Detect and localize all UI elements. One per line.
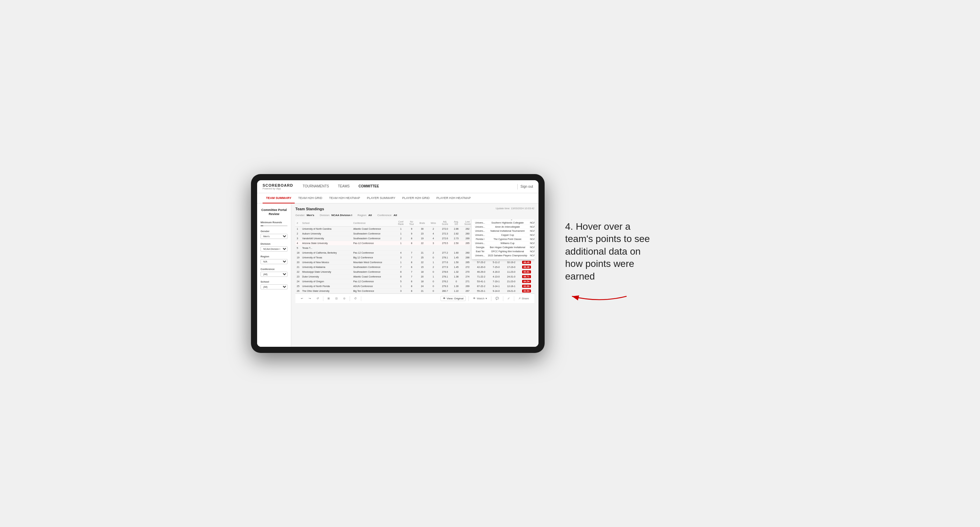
tooltip-row: Univers... Amer An Intercollegiate NCAA … bbox=[474, 225, 535, 229]
division-select[interactable]: NCAA Division I NCAA Division II bbox=[261, 246, 288, 252]
tooltip-row: Univers... Southern Highlands Collegiate… bbox=[474, 221, 535, 225]
settings-btn[interactable]: ⊙ bbox=[342, 296, 347, 301]
toolbar-sep7 bbox=[514, 296, 514, 301]
tooltip-row: Georgia Ben Hogan Collegiate Invitationa… bbox=[474, 245, 535, 249]
logo-sub: Powered by clipp bbox=[262, 187, 293, 190]
subnav-player-h2h-heatmap[interactable]: PLAYER H2H HEATMAP bbox=[433, 193, 474, 203]
table-row: 20 University of New Mexico Mountain Wes… bbox=[295, 260, 535, 265]
sidebar-title: Committee Portal Review bbox=[261, 208, 288, 216]
school-label: School bbox=[261, 280, 288, 283]
tooltip-row: Univers... 2023 Sahalee Players Champion… bbox=[474, 254, 535, 258]
tooltip-row: Univers... National Invitational Tournam… bbox=[474, 229, 535, 233]
nav-divider bbox=[517, 184, 518, 189]
subnav-team-h2h-grid[interactable]: TEAM H2H GRID bbox=[295, 193, 326, 203]
table-row: 22 Mississippi State University Southeas… bbox=[295, 270, 535, 275]
col-conference: Conference bbox=[352, 219, 395, 227]
filter-gender: Gender: Men's bbox=[295, 214, 314, 217]
expand-btn[interactable]: ⤢ bbox=[506, 296, 511, 301]
table-row-highlighted: 4 Arizona State University Pac-12 Confer… bbox=[295, 241, 535, 246]
conference-select[interactable]: (All) Atlantic Coast Conference bbox=[261, 272, 288, 277]
bottom-toolbar: ↩ ↪ ↺ ⊞ ⊡ ⊙ ⏱ 👁 View: Origin bbox=[295, 294, 535, 303]
standings-table: # School Conference ConfRank NoTour Bnds… bbox=[295, 219, 535, 294]
filter-conference: Conference: All bbox=[377, 214, 397, 217]
slider-fill bbox=[261, 225, 263, 226]
sidebar-min-rounds: Minimum Rounds bbox=[261, 221, 288, 226]
sidebar-division: Division NCAA Division I NCAA Division I… bbox=[261, 242, 288, 252]
col-school: School bbox=[301, 219, 352, 227]
tooltip-row: East Tei OFCC Fighting Illini Invitation… bbox=[474, 249, 535, 254]
conference-label: Conference bbox=[261, 268, 288, 271]
reset-btn[interactable]: ↺ bbox=[315, 296, 320, 301]
col-conf-rank: ConfRank bbox=[395, 219, 406, 227]
watch-icon: 👁 bbox=[473, 297, 476, 300]
gender-select[interactable]: Men's Women's bbox=[261, 234, 288, 239]
nav-teams[interactable]: TEAMS bbox=[337, 180, 351, 193]
copy-btn[interactable]: ⊞ bbox=[326, 296, 331, 301]
annotation-arrow bbox=[565, 286, 633, 306]
toolbar-sep4 bbox=[468, 296, 469, 301]
sidebar-school: School (All) bbox=[261, 280, 288, 289]
school-select[interactable]: (All) bbox=[261, 284, 288, 289]
view-icon: 👁 bbox=[443, 297, 445, 300]
min-rounds-label: Minimum Rounds bbox=[261, 221, 288, 224]
update-time: Update time: 13/03/2024 10:03:42 bbox=[496, 207, 535, 210]
sub-nav: TEAM SUMMARY TEAM H2H GRID TEAM H2H HEAT… bbox=[257, 193, 538, 203]
tooltip-row: Florida I The Cypress Point Classic NCAA… bbox=[474, 237, 535, 241]
toolbar-sep3 bbox=[361, 296, 361, 301]
col-bnds: Bnds bbox=[417, 219, 428, 227]
sidebar-gender: Gender Men's Women's bbox=[261, 230, 288, 239]
content-panel: Team Standings Update time: 13/03/2024 1… bbox=[291, 203, 538, 347]
toolbar-sep1 bbox=[323, 296, 323, 301]
logo-area: SCOREBOARD Powered by clipp bbox=[262, 183, 293, 190]
table-row: 21 University of Alabama Southeastern Co… bbox=[295, 265, 535, 270]
min-rounds-slider[interactable] bbox=[261, 225, 288, 226]
share-icon: ↗ bbox=[518, 297, 521, 300]
main-content: Committee Portal Review Minimum Rounds G… bbox=[257, 203, 538, 347]
view-btn[interactable]: 👁 View: Original bbox=[441, 296, 466, 301]
region-select[interactable]: N/A All bbox=[261, 259, 288, 264]
col-wins: Wins bbox=[428, 219, 439, 227]
tablet-device: SCOREBOARD Powered by clipp TOURNAMENTS … bbox=[251, 174, 545, 353]
table-row: 25 University of North Florida ASUN Conf… bbox=[295, 284, 535, 289]
col-adj-score: Adj.Score bbox=[439, 219, 451, 227]
chevron-down-icon: ▾ bbox=[485, 297, 487, 300]
subnav-team-summary[interactable]: TEAM SUMMARY bbox=[262, 193, 295, 203]
page-wrapper: SCOREBOARD Powered by clipp TOURNAMENTS … bbox=[251, 174, 729, 353]
comment-btn[interactable]: 💬 bbox=[494, 296, 500, 301]
redo-btn[interactable]: ↪ bbox=[307, 296, 312, 301]
panel-header: Team Standings Update time: 13/03/2024 1… bbox=[295, 207, 535, 211]
annotation-text: 4. Hover over a team's points to see add… bbox=[565, 221, 661, 283]
subnav-player-summary[interactable]: PLAYER SUMMARY bbox=[364, 193, 399, 203]
tablet-screen: SCOREBOARD Powered by clipp TOURNAMENTS … bbox=[257, 180, 538, 347]
sign-out-link[interactable]: Sign out bbox=[520, 185, 533, 189]
division-label: Division bbox=[261, 242, 288, 245]
logo-text: SCOREBOARD bbox=[262, 183, 293, 187]
sidebar: Committee Portal Review Minimum Rounds G… bbox=[257, 203, 291, 347]
nav-tournaments[interactable]: TOURNAMENTS bbox=[301, 180, 330, 193]
gender-label: Gender bbox=[261, 230, 288, 233]
toolbar-sep2 bbox=[350, 296, 350, 301]
top-nav: SCOREBOARD Powered by clipp TOURNAMENTS … bbox=[257, 180, 538, 193]
clock-btn[interactable]: ⏱ bbox=[353, 296, 358, 301]
table-row: 24 University of Oregon Pac-12 Conferenc… bbox=[295, 279, 535, 284]
toolbar-right: 👁 View: Original 👁 Watch ▾ 💬 bbox=[441, 296, 530, 301]
region-label: Region bbox=[261, 255, 288, 258]
col-no-tour: NoTour bbox=[407, 219, 417, 227]
nav-committee[interactable]: COMMITTEE bbox=[357, 180, 380, 193]
watch-btn[interactable]: 👁 Watch ▾ bbox=[472, 296, 488, 301]
table-row: 23 Duke University Atlantic Coast Confer… bbox=[295, 275, 535, 279]
share-btn[interactable]: ↗ Share bbox=[517, 296, 530, 301]
subnav-player-h2h-grid[interactable]: PLAYER H2H GRID bbox=[399, 193, 433, 203]
filter-division: Division: NCAA Division I bbox=[320, 214, 352, 217]
toolbar-sep6 bbox=[503, 296, 503, 301]
sidebar-region: Region N/A All bbox=[261, 255, 288, 264]
undo-btn[interactable]: ↩ bbox=[299, 296, 305, 301]
filters-row: Gender: Men's Division: NCAA Division I … bbox=[295, 214, 535, 217]
filter-region: Region: All bbox=[358, 214, 372, 217]
subnav-team-h2h-heatmap[interactable]: TEAM H2H HEATMAP bbox=[326, 193, 364, 203]
table-container: # School Conference ConfRank NoTour Bnds… bbox=[295, 219, 535, 294]
tooltip-table: Team Event Event Division Event Type Rou… bbox=[474, 219, 535, 258]
paste-btn[interactable]: ⊡ bbox=[334, 296, 339, 301]
tooltip-row: Univers... Williams Cup NCAA Division I … bbox=[474, 241, 535, 245]
col-rank: # bbox=[295, 219, 301, 227]
